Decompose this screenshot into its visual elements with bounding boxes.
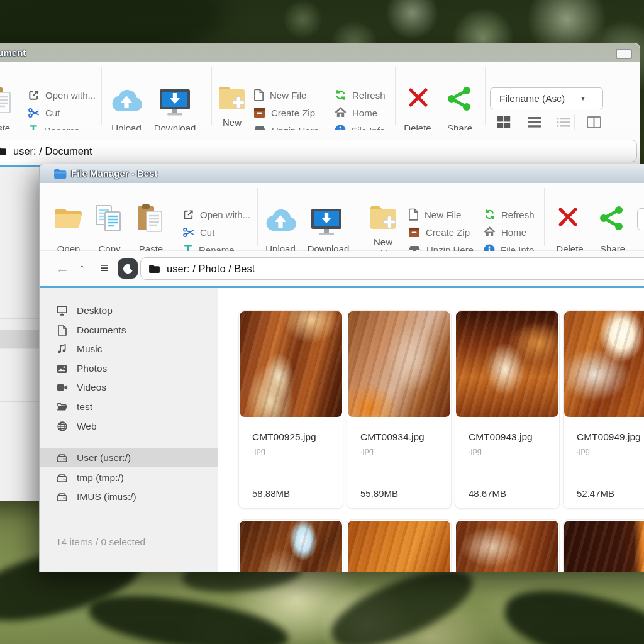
restore-window-button[interactable] (616, 49, 632, 59)
file-thumbnail[interactable] (456, 311, 558, 417)
breadcrumb[interactable]: user: / Photo / Best (140, 257, 644, 280)
titlebar[interactable]: File Manager - Document (0, 43, 640, 62)
new-folder-icon[interactable] (369, 203, 397, 232)
dark-mode-toggle[interactable] (118, 258, 138, 279)
sidebar-item-web[interactable]: Web (40, 417, 218, 436)
file-thumbnail[interactable] (456, 521, 558, 572)
new-file-button[interactable]: New File (408, 208, 461, 221)
share-icon[interactable] (446, 86, 472, 111)
sidebar-item-videos[interactable]: Videos (40, 378, 218, 397)
file-card[interactable]: CMT00949.jpg .jpg 52.47MB (563, 310, 644, 509)
grid-view-button[interactable] (497, 116, 511, 128)
new-folder-icon[interactable] (218, 84, 247, 113)
file-name: CMT00949.jpg (577, 431, 641, 443)
sidebar-item-desktop[interactable]: Desktop (40, 301, 218, 320)
navigation-bar: user: / Document (0, 130, 640, 167)
window-title: File Manager - Best (71, 168, 158, 179)
delete-icon[interactable] (408, 87, 429, 108)
file-card[interactable] (455, 519, 560, 572)
file-card[interactable]: CMT00925.jpg .jpg 58.88MB (238, 310, 343, 509)
sidebar-drive-user[interactable]: User (user:/) (40, 448, 218, 467)
file-size: 58.88MB (252, 488, 290, 499)
titlebar[interactable]: File Manager - Best (40, 164, 644, 184)
file-thumbnail[interactable] (240, 311, 342, 417)
toolbar-divider (633, 188, 633, 246)
file-card[interactable] (347, 519, 452, 572)
home-button[interactable]: Home (335, 106, 377, 119)
toolbar-divider (485, 67, 486, 125)
file-extension: .jpg (360, 446, 374, 455)
file-name: CMT00934.jpg (360, 431, 425, 443)
sidebar-item-test[interactable]: test (40, 397, 218, 416)
file-size: 48.67MB (469, 488, 506, 499)
open-with-button[interactable]: Open with... (28, 89, 96, 101)
breadcrumb-path: user: / Document (13, 145, 92, 157)
cut-button[interactable]: Cut (28, 106, 60, 119)
image-icon (56, 364, 68, 374)
file-size: 52.47MB (577, 488, 614, 499)
toolbar: Open Copy Paste Open with... Cut Rename … (40, 183, 644, 251)
home-button[interactable]: Home (484, 226, 526, 238)
desktop-icon (56, 306, 68, 316)
file-card[interactable]: CMT00943.jpg .jpg 48.67MB (455, 310, 560, 509)
paste-icon[interactable] (135, 204, 164, 233)
sort-dropdown[interactable]: Filename (Asc) ▾ (490, 87, 603, 109)
sidebar-item-photos[interactable]: Photos (40, 359, 218, 378)
sort-dropdown-partial[interactable] (637, 208, 644, 230)
sidebar-drive-imus[interactable]: IMUS (imus:/) (40, 487, 218, 506)
create-zip-button[interactable]: Create Zip (408, 226, 470, 238)
toolbar-divider (574, 114, 575, 131)
menu-button[interactable]: ≡ (100, 260, 109, 275)
share-icon[interactable] (598, 206, 625, 231)
delete-icon[interactable] (557, 207, 579, 227)
file-thumbnail[interactable] (564, 311, 644, 417)
detail-list-view-button[interactable] (557, 118, 570, 127)
file-card[interactable] (238, 519, 343, 572)
new-file-button[interactable]: New File (253, 89, 306, 101)
desktop: File Manager - Document Paste Open with.… (0, 0, 644, 644)
sidebar-drive-tmp[interactable]: tmp (tmp:/) (40, 469, 218, 487)
paste-icon[interactable] (0, 85, 13, 114)
home-icon (484, 226, 496, 238)
file-extension: .jpg (577, 446, 590, 455)
document-icon (56, 325, 68, 336)
toolbar-divider (544, 188, 545, 246)
up-arrow-button[interactable]: ↑ (79, 262, 86, 275)
video-camera-icon (56, 383, 68, 392)
file-thumbnail[interactable] (240, 521, 342, 572)
create-zip-button[interactable]: Create Zip (253, 106, 315, 119)
file-card[interactable] (563, 519, 644, 572)
new-file-icon (253, 89, 264, 101)
refresh-button[interactable]: Refresh (335, 89, 386, 101)
file-thumbnail[interactable] (348, 311, 450, 417)
open-with-icon (28, 89, 40, 101)
back-arrow-button[interactable]: ← (56, 262, 69, 275)
download-icon[interactable] (156, 89, 194, 118)
breadcrumb[interactable]: user: / Document (0, 140, 637, 162)
refresh-icon (335, 89, 347, 101)
drive-icon (56, 493, 68, 501)
file-card[interactable]: CMT00934.jpg .jpg 55.89MB (347, 310, 452, 509)
columns-view-button[interactable] (587, 116, 601, 128)
upload-icon[interactable] (264, 207, 297, 233)
open-icon[interactable] (54, 206, 83, 231)
file-grid: CMT00925.jpg .jpg 58.88MB CMT00934.jpg .… (218, 288, 644, 572)
upload-icon[interactable] (109, 87, 143, 114)
file-thumbnail[interactable] (564, 521, 644, 572)
download-icon[interactable] (308, 208, 345, 237)
refresh-button[interactable]: Refresh (484, 208, 535, 221)
sidebar-item-documents[interactable]: Documents (40, 321, 218, 340)
file-name: CMT00925.jpg (252, 431, 316, 443)
open-with-button[interactable]: Open with... (182, 208, 250, 221)
cut-button[interactable]: Cut (182, 226, 214, 238)
cut-icon (28, 107, 40, 119)
sort-dropdown-value: Filename (Asc) (499, 93, 565, 104)
open-folder-icon (56, 402, 68, 411)
list-view-button[interactable] (528, 117, 541, 128)
copy-icon[interactable] (94, 204, 123, 232)
file-thumbnail[interactable] (348, 521, 450, 572)
cut-icon (182, 226, 194, 238)
toolbar-divider (257, 188, 258, 246)
sidebar-item-music[interactable]: Music (40, 340, 218, 358)
toolbar-divider (101, 67, 102, 125)
